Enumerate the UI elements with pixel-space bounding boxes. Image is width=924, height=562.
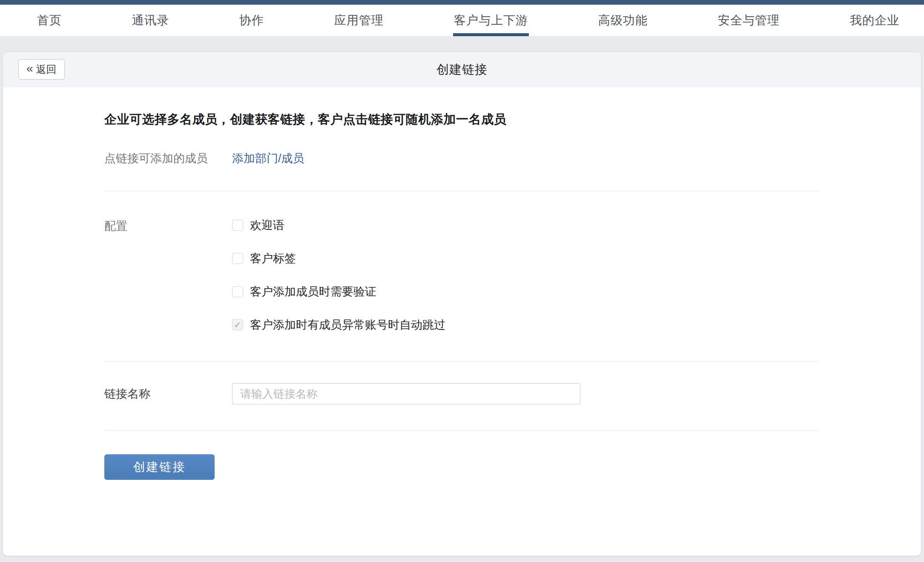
card-header: « 返回 创建链接 bbox=[3, 52, 921, 87]
members-row: 点链接可添加的成员 添加部门/成员 bbox=[104, 150, 921, 166]
card-body: 企业可选择多名成员，创建获客链接，客户点击链接可随机添加一名成员 点链接可添加的… bbox=[3, 112, 921, 480]
content-card: « 返回 创建链接 企业可选择多名成员，创建获客链接，客户点击链接可随机添加一名… bbox=[3, 52, 921, 556]
add-department-member-link[interactable]: 添加部门/成员 bbox=[232, 150, 304, 166]
option-label: 客户添加时有成员异常账号时自动跳过 bbox=[250, 318, 445, 332]
option-label: 客户标签 bbox=[250, 251, 296, 266]
page-background: « 返回 创建链接 企业可选择多名成员，创建获客链接，客户点击链接可随机添加一名… bbox=[0, 36, 924, 562]
main-nav: 首页 通讯录 协作 应用管理 客户与上下游 高级功能 安全与管理 我的企业 bbox=[0, 5, 924, 36]
tab-collaboration[interactable]: 协作 bbox=[239, 5, 264, 36]
tab-advanced-features[interactable]: 高级功能 bbox=[598, 5, 648, 36]
create-link-button[interactable]: 创建链接 bbox=[104, 454, 215, 480]
link-name-label: 链接名称 bbox=[104, 383, 232, 404]
checkbox-customer-tag[interactable]: ✓ bbox=[232, 253, 243, 264]
tab-home[interactable]: 首页 bbox=[37, 5, 62, 36]
tab-customers[interactable]: 客户与上下游 bbox=[454, 5, 528, 36]
browser-chrome-bar bbox=[0, 0, 924, 5]
divider bbox=[104, 361, 820, 361]
checkbox-skip-abnormal-account[interactable]: ✓ bbox=[232, 319, 243, 330]
divider bbox=[104, 430, 820, 430]
members-row-label: 点链接可添加的成员 bbox=[104, 150, 232, 166]
back-button-label: 返回 bbox=[36, 63, 57, 76]
description-text: 企业可选择多名成员，创建获客链接，客户点击链接可随机添加一名成员 bbox=[104, 112, 921, 126]
config-options: ✓ 欢迎语 ✓ 客户标签 ✓ 客户添加成员时需要验证 ✓ 客户添加时有成员异常账… bbox=[232, 218, 445, 332]
back-button[interactable]: « 返回 bbox=[18, 59, 65, 80]
option-verification-required[interactable]: ✓ 客户添加成员时需要验证 bbox=[232, 284, 445, 299]
tab-app-management[interactable]: 应用管理 bbox=[334, 5, 384, 36]
check-icon: ✓ bbox=[234, 321, 241, 329]
config-row: 配置 ✓ 欢迎语 ✓ 客户标签 ✓ 客户添加成员时需要验证 bbox=[104, 218, 921, 332]
option-skip-abnormal-account[interactable]: ✓ 客户添加时有成员异常账号时自动跳过 bbox=[232, 318, 445, 332]
checkbox-welcome-message[interactable]: ✓ bbox=[232, 220, 243, 231]
tab-security-management[interactable]: 安全与管理 bbox=[718, 5, 780, 36]
tab-my-enterprise[interactable]: 我的企业 bbox=[850, 5, 899, 36]
divider bbox=[104, 191, 820, 191]
option-label: 客户添加成员时需要验证 bbox=[250, 284, 376, 299]
option-welcome-message[interactable]: ✓ 欢迎语 bbox=[232, 218, 445, 232]
option-customer-tag[interactable]: ✓ 客户标签 bbox=[232, 251, 445, 266]
checkbox-verification-required[interactable]: ✓ bbox=[232, 286, 243, 297]
config-row-label: 配置 bbox=[104, 218, 232, 234]
option-label: 欢迎语 bbox=[250, 218, 284, 232]
link-name-row: 链接名称 bbox=[104, 383, 921, 404]
page-title: 创建链接 bbox=[436, 61, 488, 78]
link-name-input[interactable] bbox=[232, 383, 580, 404]
double-chevron-left-icon: « bbox=[26, 63, 33, 75]
tab-contacts[interactable]: 通讯录 bbox=[132, 5, 169, 36]
